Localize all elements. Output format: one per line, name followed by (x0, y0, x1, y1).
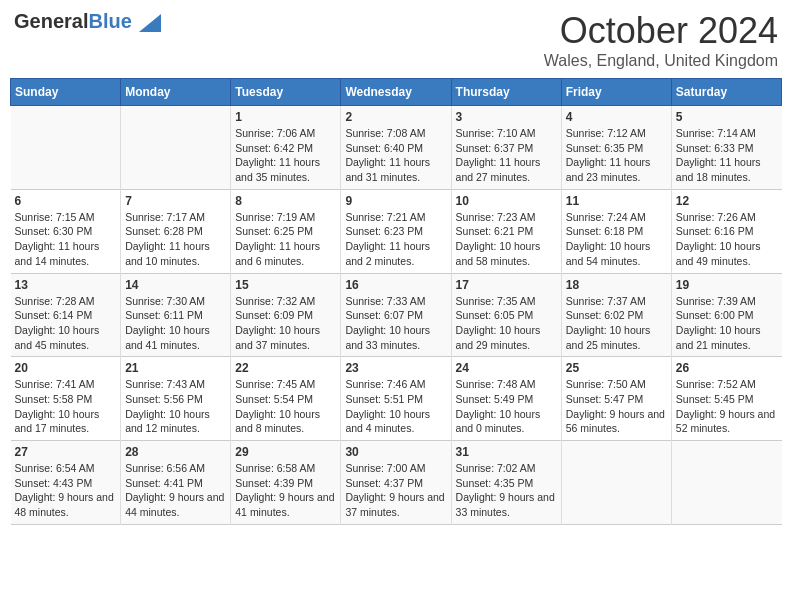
calendar-cell: 10Sunrise: 7:23 AMSunset: 6:21 PMDayligh… (451, 189, 561, 273)
calendar-cell: 23Sunrise: 7:46 AMSunset: 5:51 PMDayligh… (341, 357, 451, 441)
day-number: 6 (15, 194, 117, 208)
day-info: Sunrise: 7:50 AMSunset: 5:47 PMDaylight:… (566, 377, 667, 436)
svg-marker-0 (139, 14, 161, 32)
header-thursday: Thursday (451, 79, 561, 106)
day-info: Sunrise: 7:48 AMSunset: 5:49 PMDaylight:… (456, 377, 557, 436)
day-number: 23 (345, 361, 446, 375)
day-info: Sunrise: 7:19 AMSunset: 6:25 PMDaylight:… (235, 210, 336, 269)
header-sunday: Sunday (11, 79, 121, 106)
day-number: 19 (676, 278, 778, 292)
calendar-week-3: 13Sunrise: 7:28 AMSunset: 6:14 PMDayligh… (11, 273, 782, 357)
day-number: 2 (345, 110, 446, 124)
calendar-cell: 4Sunrise: 7:12 AMSunset: 6:35 PMDaylight… (561, 106, 671, 190)
calendar-cell: 9Sunrise: 7:21 AMSunset: 6:23 PMDaylight… (341, 189, 451, 273)
day-number: 5 (676, 110, 778, 124)
day-info: Sunrise: 7:39 AMSunset: 6:00 PMDaylight:… (676, 294, 778, 353)
day-info: Sunrise: 7:12 AMSunset: 6:35 PMDaylight:… (566, 126, 667, 185)
calendar-cell: 25Sunrise: 7:50 AMSunset: 5:47 PMDayligh… (561, 357, 671, 441)
calendar-cell: 26Sunrise: 7:52 AMSunset: 5:45 PMDayligh… (671, 357, 781, 441)
day-info: Sunrise: 7:32 AMSunset: 6:09 PMDaylight:… (235, 294, 336, 353)
day-info: Sunrise: 7:17 AMSunset: 6:28 PMDaylight:… (125, 210, 226, 269)
calendar-cell: 2Sunrise: 7:08 AMSunset: 6:40 PMDaylight… (341, 106, 451, 190)
day-info: Sunrise: 7:24 AMSunset: 6:18 PMDaylight:… (566, 210, 667, 269)
calendar-week-2: 6Sunrise: 7:15 AMSunset: 6:30 PMDaylight… (11, 189, 782, 273)
day-number: 11 (566, 194, 667, 208)
calendar-cell: 24Sunrise: 7:48 AMSunset: 5:49 PMDayligh… (451, 357, 561, 441)
day-number: 30 (345, 445, 446, 459)
calendar-cell: 31Sunrise: 7:02 AMSunset: 4:35 PMDayligh… (451, 441, 561, 525)
day-number: 8 (235, 194, 336, 208)
day-number: 29 (235, 445, 336, 459)
day-number: 1 (235, 110, 336, 124)
day-number: 31 (456, 445, 557, 459)
day-info: Sunrise: 7:00 AMSunset: 4:37 PMDaylight:… (345, 461, 446, 520)
day-info: Sunrise: 7:52 AMSunset: 5:45 PMDaylight:… (676, 377, 778, 436)
day-info: Sunrise: 7:21 AMSunset: 6:23 PMDaylight:… (345, 210, 446, 269)
calendar-cell: 8Sunrise: 7:19 AMSunset: 6:25 PMDaylight… (231, 189, 341, 273)
day-info: Sunrise: 6:58 AMSunset: 4:39 PMDaylight:… (235, 461, 336, 520)
calendar-cell (561, 441, 671, 525)
calendar-cell: 28Sunrise: 6:56 AMSunset: 4:41 PMDayligh… (121, 441, 231, 525)
day-info: Sunrise: 7:23 AMSunset: 6:21 PMDaylight:… (456, 210, 557, 269)
day-number: 12 (676, 194, 778, 208)
day-info: Sunrise: 7:26 AMSunset: 6:16 PMDaylight:… (676, 210, 778, 269)
day-number: 26 (676, 361, 778, 375)
calendar-cell: 6Sunrise: 7:15 AMSunset: 6:30 PMDaylight… (11, 189, 121, 273)
calendar-cell: 29Sunrise: 6:58 AMSunset: 4:39 PMDayligh… (231, 441, 341, 525)
day-number: 20 (15, 361, 117, 375)
header-saturday: Saturday (671, 79, 781, 106)
day-info: Sunrise: 7:15 AMSunset: 6:30 PMDaylight:… (15, 210, 117, 269)
header-friday: Friday (561, 79, 671, 106)
day-info: Sunrise: 7:08 AMSunset: 6:40 PMDaylight:… (345, 126, 446, 185)
calendar-week-4: 20Sunrise: 7:41 AMSunset: 5:58 PMDayligh… (11, 357, 782, 441)
logo-general: General (14, 10, 88, 32)
day-number: 15 (235, 278, 336, 292)
calendar-cell: 22Sunrise: 7:45 AMSunset: 5:54 PMDayligh… (231, 357, 341, 441)
header-monday: Monday (121, 79, 231, 106)
title-area: October 2024 Wales, England, United King… (544, 10, 778, 70)
day-number: 28 (125, 445, 226, 459)
day-info: Sunrise: 7:45 AMSunset: 5:54 PMDaylight:… (235, 377, 336, 436)
calendar-cell: 7Sunrise: 7:17 AMSunset: 6:28 PMDaylight… (121, 189, 231, 273)
day-number: 17 (456, 278, 557, 292)
calendar-cell: 20Sunrise: 7:41 AMSunset: 5:58 PMDayligh… (11, 357, 121, 441)
calendar-cell: 21Sunrise: 7:43 AMSunset: 5:56 PMDayligh… (121, 357, 231, 441)
calendar-cell: 12Sunrise: 7:26 AMSunset: 6:16 PMDayligh… (671, 189, 781, 273)
day-number: 10 (456, 194, 557, 208)
calendar-cell: 17Sunrise: 7:35 AMSunset: 6:05 PMDayligh… (451, 273, 561, 357)
day-info: Sunrise: 7:06 AMSunset: 6:42 PMDaylight:… (235, 126, 336, 185)
logo: GeneralBlue (14, 10, 161, 32)
calendar-week-1: 1Sunrise: 7:06 AMSunset: 6:42 PMDaylight… (11, 106, 782, 190)
day-info: Sunrise: 6:54 AMSunset: 4:43 PMDaylight:… (15, 461, 117, 520)
day-number: 27 (15, 445, 117, 459)
day-number: 22 (235, 361, 336, 375)
day-info: Sunrise: 7:35 AMSunset: 6:05 PMDaylight:… (456, 294, 557, 353)
logo-icon (139, 14, 161, 32)
header-tuesday: Tuesday (231, 79, 341, 106)
calendar-cell (671, 441, 781, 525)
day-number: 4 (566, 110, 667, 124)
calendar-cell: 13Sunrise: 7:28 AMSunset: 6:14 PMDayligh… (11, 273, 121, 357)
calendar-cell: 14Sunrise: 7:30 AMSunset: 6:11 PMDayligh… (121, 273, 231, 357)
header-wednesday: Wednesday (341, 79, 451, 106)
day-info: Sunrise: 6:56 AMSunset: 4:41 PMDaylight:… (125, 461, 226, 520)
day-number: 18 (566, 278, 667, 292)
day-info: Sunrise: 7:43 AMSunset: 5:56 PMDaylight:… (125, 377, 226, 436)
day-info: Sunrise: 7:14 AMSunset: 6:33 PMDaylight:… (676, 126, 778, 185)
logo-blue: Blue (88, 10, 131, 32)
calendar-cell: 1Sunrise: 7:06 AMSunset: 6:42 PMDaylight… (231, 106, 341, 190)
day-info: Sunrise: 7:30 AMSunset: 6:11 PMDaylight:… (125, 294, 226, 353)
month-title: October 2024 (544, 10, 778, 52)
day-info: Sunrise: 7:33 AMSunset: 6:07 PMDaylight:… (345, 294, 446, 353)
day-info: Sunrise: 7:41 AMSunset: 5:58 PMDaylight:… (15, 377, 117, 436)
day-info: Sunrise: 7:28 AMSunset: 6:14 PMDaylight:… (15, 294, 117, 353)
calendar-body: 1Sunrise: 7:06 AMSunset: 6:42 PMDaylight… (11, 106, 782, 525)
calendar-cell: 30Sunrise: 7:00 AMSunset: 4:37 PMDayligh… (341, 441, 451, 525)
calendar-cell (11, 106, 121, 190)
day-info: Sunrise: 7:02 AMSunset: 4:35 PMDaylight:… (456, 461, 557, 520)
day-info: Sunrise: 7:10 AMSunset: 6:37 PMDaylight:… (456, 126, 557, 185)
calendar-cell: 5Sunrise: 7:14 AMSunset: 6:33 PMDaylight… (671, 106, 781, 190)
header-row: Sunday Monday Tuesday Wednesday Thursday… (11, 79, 782, 106)
day-number: 9 (345, 194, 446, 208)
calendar-week-5: 27Sunrise: 6:54 AMSunset: 4:43 PMDayligh… (11, 441, 782, 525)
